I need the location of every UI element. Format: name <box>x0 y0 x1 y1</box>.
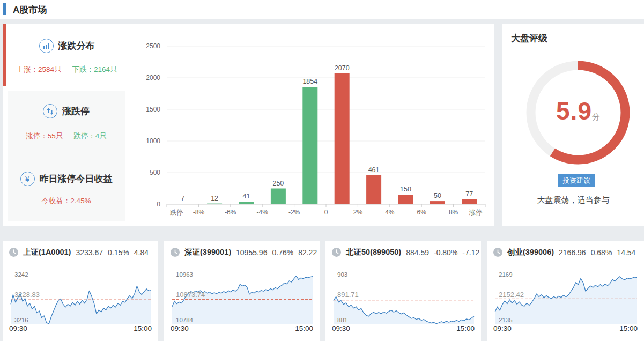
svg-text:1000: 1000 <box>146 137 160 145</box>
svg-text:8%: 8% <box>449 209 458 216</box>
clock-icon <box>332 248 341 257</box>
svg-text:500: 500 <box>150 169 160 176</box>
svg-text:-8%: -8% <box>193 209 205 216</box>
svg-text:7: 7 <box>181 195 184 202</box>
stat-today-return: 今收益：2.45% <box>41 196 91 206</box>
score-value: 5.9 <box>556 97 592 125</box>
y-axis-top-label: 3242 <box>14 271 28 278</box>
index-change-amount: 4.84 <box>134 248 149 257</box>
clock-icon <box>493 248 502 257</box>
index-price: 2166.96 <box>559 248 586 257</box>
y-axis-bottom-label: 3216 <box>14 317 28 323</box>
advice-text: 大盘震荡，适当参与 <box>502 195 644 205</box>
svg-text:涨停: 涨停 <box>469 209 482 216</box>
clock-icon <box>171 248 180 257</box>
up-down-arrows-icon <box>43 104 57 118</box>
index-price: 10955.96 <box>236 248 267 257</box>
index-price: 3233.67 <box>76 248 103 257</box>
time-end-label: 15:00 <box>295 324 313 332</box>
index-change-amount: 14.54 <box>617 248 635 257</box>
index-change-pct: 0.76% <box>272 248 293 257</box>
svg-text:50: 50 <box>434 192 441 199</box>
index-card-chinext[interactable]: 创业(399006) 2166.96 0.68% 14.54 2169 2152… <box>487 241 644 341</box>
divider <box>510 49 635 49</box>
distribution-bar-chart[interactable]: 05001000150020002500跌停-8%-6%-4%-2%02%4%6… <box>127 24 494 226</box>
index-name: 上证(1A0001) <box>23 247 71 257</box>
section-title-limits: 涨跌停 <box>62 105 90 117</box>
index-card-shenzhen[interactable]: 深证(399001) 10955.96 0.76% 82.22 10963 10… <box>164 241 320 341</box>
svg-text:77: 77 <box>465 190 473 198</box>
svg-text:6%: 6% <box>417 209 427 216</box>
page-title: A股市场 <box>13 4 47 16</box>
index-name: 北证50(899050) <box>346 247 401 257</box>
title-accent-bar <box>3 3 6 15</box>
svg-text:-4%: -4% <box>257 209 269 216</box>
y-axis-ref-label: 10873.74 <box>176 291 205 299</box>
stat-decliners: 下跌：2164只 <box>72 65 117 75</box>
y-axis-bottom-label: 10784 <box>176 317 193 323</box>
svg-text:-2%: -2% <box>288 209 300 216</box>
svg-text:2000: 2000 <box>146 74 160 81</box>
time-start-label: 09:30 <box>9 324 27 332</box>
bar-chart-icon <box>39 39 54 53</box>
y-axis-ref-label: 891.71 <box>337 291 359 299</box>
yen-icon: ¥ <box>20 172 35 186</box>
time-start-label: 09:30 <box>171 324 189 332</box>
time-start-label: 09:30 <box>332 324 350 332</box>
y-axis-ref-label: 3228.83 <box>14 291 40 299</box>
score-unit: 分 <box>592 112 600 121</box>
svg-text:4%: 4% <box>385 209 395 216</box>
index-change-pct: 0.68% <box>591 248 612 257</box>
market-overview-card: 涨跌分布 上涨：2584只 下跌：2164只 涨跌停 涨停：55只 跌停：4只 … <box>3 24 494 226</box>
sidebar-section-limits: 涨跌停 涨停：55只 跌停：4只 ¥ 昨日涨停今日收益 今收益：2.45% <box>8 91 125 221</box>
index-change-amount: -7.12 <box>462 248 479 257</box>
y-axis-bottom-label: 881 <box>337 317 347 323</box>
svg-text:跌停: 跌停 <box>170 209 183 216</box>
rating-score: 5.9分 <box>524 97 632 125</box>
index-change-pct: 0.15% <box>108 248 129 257</box>
svg-text:2%: 2% <box>353 209 363 216</box>
index-name: 深证(399001) <box>184 247 231 257</box>
y-axis-top-label: 10963 <box>176 271 193 278</box>
page-header: A股市场 <box>0 0 644 19</box>
svg-text:1854: 1854 <box>302 78 317 85</box>
sidebar-section-distribution: 涨跌分布 上涨：2584只 下跌：2164只 <box>3 24 127 86</box>
svg-text:2070: 2070 <box>335 64 350 72</box>
market-rating-card: 大盘评级 5.9分 投资建议 大盘震荡，适当参与 <box>502 24 644 226</box>
time-end-label: 15:00 <box>134 324 152 332</box>
stat-limit-up: 涨停：55只 <box>26 131 63 141</box>
y-axis-top-label: 903 <box>337 271 347 278</box>
index-price: 884.59 <box>406 248 429 257</box>
y-axis-top-label: 2169 <box>499 271 513 278</box>
stat-limit-down: 跌停：4只 <box>73 131 107 141</box>
index-name: 创业(399006) <box>507 247 554 257</box>
rating-title: 大盘评级 <box>511 32 547 45</box>
time-start-label: 09:30 <box>493 324 512 332</box>
svg-text:0: 0 <box>157 201 160 208</box>
time-end-label: 15:00 <box>456 324 475 332</box>
svg-text:2500: 2500 <box>146 42 160 50</box>
svg-text:41: 41 <box>243 192 250 200</box>
svg-text:-6%: -6% <box>225 209 236 216</box>
index-change-pct: -0.80% <box>434 248 457 257</box>
stat-advancers: 上涨：2584只 <box>16 65 61 75</box>
index-change-amount: 82.22 <box>298 248 317 257</box>
svg-text:461: 461 <box>368 166 380 174</box>
index-card-shanghai[interactable]: 上证(1A0001) 3233.67 0.15% 4.84 3242 3228.… <box>3 241 158 341</box>
svg-text:1500: 1500 <box>146 106 160 113</box>
section-title-distribution: 涨跌分布 <box>58 40 95 52</box>
clock-icon <box>9 248 18 257</box>
svg-text:250: 250 <box>272 180 284 187</box>
y-axis-ref-label: 2152.42 <box>499 291 524 299</box>
investment-advice-button[interactable]: 投资建议 <box>558 174 595 187</box>
section-title-yesterday-return: 昨日涨停今日收益 <box>40 173 113 185</box>
index-card-beijing50[interactable]: 北证50(899050) 884.59 -0.80% -7.12 903 891… <box>325 241 481 341</box>
svg-text:0: 0 <box>324 209 328 216</box>
y-axis-bottom-label: 2135 <box>499 317 513 323</box>
svg-text:12: 12 <box>211 195 218 202</box>
svg-text:150: 150 <box>400 186 411 193</box>
time-end-label: 15:00 <box>619 324 638 332</box>
